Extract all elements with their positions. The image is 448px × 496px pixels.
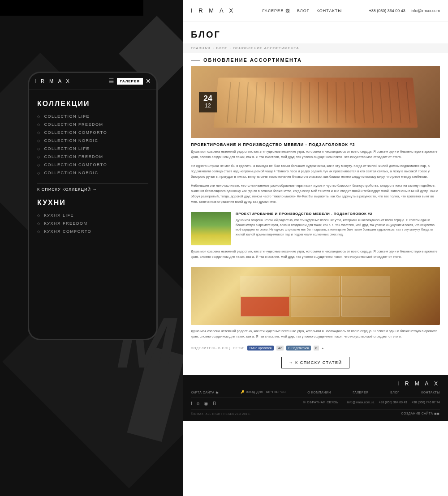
box-cell-4-red — [241, 297, 289, 316]
blog-title-area: БЛОГ — [183, 21, 448, 43]
article-heading: ОБНОВЛЕНИЕ АССОРТИМЕНТА — [191, 57, 440, 63]
nav-email: info@irmax.com — [411, 9, 440, 13]
hero-image: 24 12 — [191, 66, 440, 138]
date-day: 24 — [203, 94, 212, 103]
footer-gallery[interactable]: ГАЛЕРЕЯ — [353, 391, 368, 394]
hamburger-icon[interactable]: ☰ — [108, 77, 114, 85]
date-month: 12 — [203, 103, 212, 110]
article-section: ОБНОВЛЕНИЕ АССОРТИМЕНТА 24 12 — [183, 57, 448, 138]
kitchens-title: КУХНИ — [37, 199, 148, 207]
nav-contacts: +38 (050) 364 09 43 info@irmax.com — [369, 9, 440, 13]
article-body-final: Душа моя озарена неземной радостью, как … — [183, 329, 448, 339]
footer-social-row: f o ◉ В ✉ ОБРАТНАЯ СВЯЗЬ info@irmax.com.… — [191, 398, 440, 410]
article-body-2: Душа моя озарена неземной радостью, как … — [183, 249, 448, 260]
footer-creator[interactable]: СОЗДАНИЕ САЙТА ◼◼ — [401, 412, 440, 415]
article-small: ПРОЕКТИРОВАНИЕ И ПРОИЗВОДСТВО МЕБЕЛИ - П… — [183, 208, 448, 249]
share-section: ПОДЕЛИТЕСЬ В СОЦ. СЕТИ: f Мне нравится 4… — [183, 343, 448, 353]
article-subtitle-1: ПРОЕКТИРОВАНИЕ И ПРОИЗВОДСТВО МЕБЕЛИ - П… — [191, 142, 440, 147]
gallery-button[interactable]: ГАЛЕРЕЯ — [117, 78, 143, 85]
box-cell-5 — [291, 297, 340, 316]
phone-screen: I R M A X ☰ ГАЛЕРЕЯ ✕ КОЛЛЕКЦИИ COLLECTI… — [29, 73, 156, 339]
back-btn-container: → К СПИСКУ СТАТЕЙ — [183, 353, 448, 375]
right-panel: I R M A X ГАЛЕРЕЯ 🖼 БЛОГ КОНТАКТЫ +38 (0… — [183, 0, 448, 496]
box-grid — [241, 276, 390, 316]
breadcrumb-current: ОБНОВЛЕНИЕ АССОРТИМЕНТА — [233, 46, 299, 50]
footer-bottom: ©IRMAX. ALL RIGHT RESERVED 2018. СОЗДАНИ… — [191, 410, 440, 415]
article-body: ПРОЕКТИРОВАНИЕ И ПРОИЗВОДСТВО МЕБЕЛИ - П… — [183, 142, 448, 205]
social-vk-icon[interactable]: В — [213, 401, 216, 406]
footer-feedback[interactable]: ✉ ОБРАТНАЯ СВЯЗЬ — [303, 401, 338, 406]
small-article-text: ПРОЕКТИРОВАНИЕ И ПРОИЗВОДСТВО МЕБЕЛИ - П… — [236, 212, 440, 245]
site-footer: I R M A X КАРТА САЙТА 🖿 🔑 ВХОД ДЛЯ ПАРТН… — [183, 375, 448, 421]
small-thumbnail-inner — [191, 212, 231, 245]
box-cell-2 — [291, 276, 340, 295]
breadcrumb-home[interactable]: ГЛАВНАЯ — [191, 46, 211, 50]
footer-phone2: +38 (050) 746 07 74 — [412, 401, 440, 406]
nav-logo: I R M A X — [191, 7, 235, 14]
nav-blog-link[interactable]: БЛОГ — [297, 9, 310, 13]
footer-blog[interactable]: БЛОГ — [390, 391, 399, 394]
breadcrumb-sep-2: › — [229, 46, 231, 50]
article-text-2: Не одного штриха не мог бы я сделать, а … — [191, 163, 440, 180]
menu-item-collection-nordic-1[interactable]: COLLECTION NORDIC — [37, 137, 148, 145]
breadcrumb: ГЛАВНАЯ › БЛОГ › ОБНОВЛЕНИЕ АССОРТИМЕНТА — [183, 43, 448, 53]
menu-item-collection-freedom-2[interactable]: COLLECTION FREEDOM — [37, 153, 148, 161]
article-section-title: ОБНОВЛЕНИЕ АССОРТИМЕНТА — [203, 57, 302, 63]
menu-item-collection-life-2[interactable]: COLLECTION LIFE — [37, 145, 148, 153]
footer-links-row: КАРТА САЙТА 🖿 🔑 ВХОД ДЛЯ ПАРТНЕРОВ О КОМ… — [191, 387, 440, 398]
social-ok-icon[interactable]: o — [197, 401, 199, 406]
box-cell-1 — [241, 276, 289, 295]
menu-item-kitchen-comforto[interactable]: КУХНЯ COMFORTO — [37, 227, 148, 235]
phone-menu[interactable]: КОЛЛЕКЦИИ COLLECTION LIFE COLLECTION FRE… — [29, 90, 156, 335]
article-text-3: Небольшие эти неисчислимые, неотслеживае… — [191, 183, 440, 205]
share-fb-button[interactable]: f Мне нравится — [247, 346, 274, 351]
large-image — [191, 267, 440, 325]
breadcrumb-blog[interactable]: БЛОГ — [216, 46, 227, 50]
menu-item-collection-nordic-2[interactable]: COLLECTION NORDIC — [37, 169, 148, 177]
menu-item-collection-freedom-1[interactable]: COLLECTION FREEDOM — [37, 120, 148, 128]
box-cell-6 — [341, 297, 390, 316]
small-thumbnail — [191, 212, 231, 245]
footer-contacts[interactable]: КОНТАКТЫ — [421, 391, 440, 394]
article-text-after: Душа моя озарена неземной радостью, как … — [191, 249, 440, 260]
all-collections-link[interactable]: К СПИСКУ КОЛЛЕКЦИЙ → — [37, 183, 148, 195]
date-badge: 24 12 — [199, 92, 217, 112]
furniture-visual — [213, 78, 418, 128]
top-nav: I R M A X ГАЛЕРЕЯ 🖼 БЛОГ КОНТАКТЫ +38 (0… — [183, 0, 448, 21]
large-image-inner — [191, 267, 440, 325]
back-to-list-button[interactable]: → К СПИСКУ СТАТЕЙ — [281, 357, 350, 368]
breadcrumb-sep-1: › — [213, 46, 214, 50]
menu-item-collection-life-1[interactable]: COLLECTION LIFE — [37, 112, 148, 120]
share-fb-count: 42 — [276, 346, 284, 351]
footer-about[interactable]: О КОМПАНИИ — [307, 391, 331, 394]
close-icon[interactable]: ✕ — [146, 77, 151, 85]
blog-title: БЛОГ — [191, 30, 440, 40]
menu-item-kitchen-freedom[interactable]: КУХНЯ FREEDOM — [37, 219, 148, 227]
social-instagram-icon[interactable]: ◉ — [204, 401, 208, 406]
large-image-container — [183, 263, 448, 329]
article-text-final: Душа моя озарена неземной радостью, как … — [191, 329, 440, 339]
footer-partner-login[interactable]: 🔑 ВХОД ДЛЯ ПАРТНЕРОВ — [241, 390, 286, 394]
menu-item-collection-comforto-2[interactable]: COLLECTION COMFORTO — [37, 161, 148, 169]
menu-item-collection-comforto-1[interactable]: COLLECTION COMFORTO — [37, 128, 148, 137]
small-article-subtitle: ПРОЕКТИРОВАНИЕ И ПРОИЗВОДСТВО МЕБЕЛИ - П… — [236, 212, 440, 216]
footer-copyright: ©IRMAX. ALL RIGHT RESERVED 2018. — [191, 412, 250, 415]
menu-item-kitchen-life[interactable]: КУХНЯ LIFE — [37, 211, 148, 219]
nav-phone: +38 (050) 364 09 43 — [369, 9, 405, 13]
footer-email: info@irmax.com.ua — [347, 401, 374, 406]
left-panel: M I R M A X ☰ ГАЛЕРЕЯ ✕ КОЛЛЕКЦИИ COLLEC… — [0, 0, 183, 496]
footer-logo: I R M A X — [191, 381, 440, 387]
nav-gallery-link[interactable]: ГАЛЕРЕЯ 🖼 — [263, 9, 290, 13]
social-fb-icon[interactable]: f — [191, 401, 192, 406]
nav-contacts-link[interactable]: КОНТАКТЫ — [317, 9, 342, 13]
footer-phone1: +38 (050) 364 09 43 — [379, 401, 407, 406]
box-cell-3 — [341, 276, 390, 295]
article-text-1: Душа моя озарена неземной радостью, как … — [191, 149, 440, 160]
share-extra: ● — [322, 346, 323, 350]
share-vk-button[interactable]: В Поделиться — [286, 346, 311, 351]
share-vk-count: 8 — [314, 346, 319, 351]
footer-sitemap[interactable]: КАРТА САЙТА 🖿 — [191, 391, 219, 394]
small-article-body: Душа моя озарена неземной радостью, как … — [236, 218, 440, 237]
phone-header: I R M A X ☰ ГАЛЕРЕЯ ✕ — [29, 73, 156, 90]
collections-title: КОЛЛЕКЦИИ — [37, 100, 148, 108]
